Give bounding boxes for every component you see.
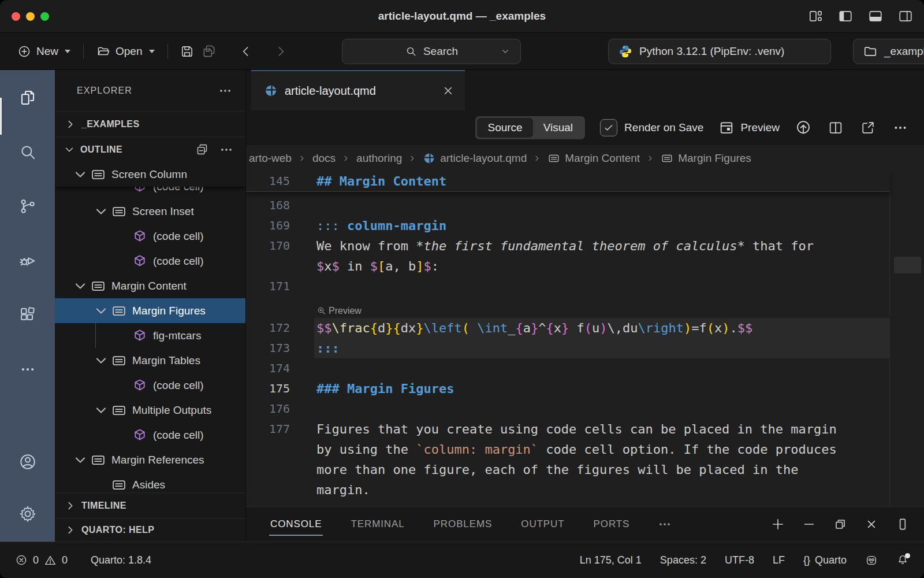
indentation-status[interactable]: Spaces: 2 [660, 554, 706, 566]
encoding-status[interactable]: UTF-8 [725, 554, 754, 566]
code-line[interactable]: 176 [246, 399, 890, 419]
source-control-icon[interactable] [18, 197, 37, 216]
outline-item-code-cell[interactable]: (code cell) [55, 224, 245, 249]
panel-tab-ports[interactable]: PORTS [593, 514, 631, 535]
more-actions-icon[interactable] [219, 142, 234, 157]
split-editor-icon[interactable] [827, 119, 844, 136]
outline-item-margin-figures[interactable]: Margin Figures [55, 298, 245, 323]
mode-visual-button[interactable]: Visual [533, 118, 583, 138]
account-icon[interactable] [18, 453, 37, 471]
panel-tab-problems[interactable]: PROBLEMS [433, 514, 494, 535]
feedback-smiley-icon[interactable] [865, 554, 878, 566]
checkbox-checked-icon[interactable] [600, 119, 617, 136]
code-line[interactable]: 177Figures that you create using code ce… [246, 419, 890, 439]
preview-button-label: Preview [740, 121, 780, 134]
panel-tab-console[interactable]: CONSOLE [269, 514, 323, 535]
editor-scrollbar[interactable] [889, 171, 924, 506]
eol-status[interactable]: LF [773, 554, 785, 566]
code-editor[interactable]: 145## Margin Content 168 169::: column-m… [246, 171, 924, 506]
navigate-forward-button[interactable] [270, 40, 292, 62]
breadcrumb-item[interactable]: authoring [356, 152, 402, 165]
editor-group: article-layout.qmd Source Visual Render … [246, 70, 924, 542]
sidebar-section-quarto-help[interactable]: QUARTO: HELP [55, 518, 245, 542]
run-debug-icon[interactable] [18, 251, 37, 270]
breadcrumb-item-section[interactable]: Margin Content [547, 152, 640, 165]
save-button[interactable] [176, 40, 198, 62]
preview-button[interactable]: Preview [718, 120, 780, 136]
outline-item-margin-tables[interactable]: Margin Tables [55, 348, 245, 373]
breadcrumb-item[interactable]: docs [312, 152, 336, 165]
search-input[interactable]: Search [342, 39, 521, 64]
more-actions-icon[interactable] [218, 83, 233, 98]
outline-item-code-cell[interactable]: (code cell) [55, 373, 245, 398]
breadcrumb-item-section[interactable]: Margin Figures [661, 152, 751, 165]
collapse-all-icon[interactable] [195, 142, 210, 157]
code-line-math[interactable]: 172$$\frac{d}{dx}\left( \int_{a}^{x} f(u… [246, 318, 890, 338]
code-line[interactable]: 171 [246, 276, 890, 297]
quarto-version-status[interactable]: Quarto: 1.8.4 [91, 554, 151, 566]
code-line[interactable]: 174 [246, 358, 890, 379]
close-panel-icon[interactable] [864, 517, 879, 532]
outline-item-clipped[interactable]: (code cell) [55, 187, 245, 199]
restore-panel-icon[interactable] [833, 517, 848, 532]
publish-icon[interactable] [795, 119, 812, 136]
code-line[interactable]: 173::: [246, 338, 890, 358]
toggle-right-sidebar-icon[interactable] [897, 8, 914, 24]
interpreter-selector[interactable]: Python 3.12.1 (PipEnv: .venv) [608, 39, 831, 64]
language-mode-status[interactable]: {} Quarto [803, 554, 847, 566]
settings-gear-icon[interactable] [18, 505, 37, 523]
code-line-wrap[interactable]: by using the `column: margin` code cell … [246, 439, 890, 460]
extensions-icon[interactable] [18, 306, 37, 324]
code-line[interactable]: 169::: column-margin [246, 216, 890, 236]
toggle-bottom-panel-icon[interactable] [867, 8, 884, 24]
code-line-wrap[interactable]: $x$ in $[a, b]$: [246, 256, 890, 276]
sidebar-section-examples[interactable]: _EXAMPLES [55, 111, 245, 136]
code-line[interactable]: 168 [246, 195, 890, 216]
workspace-folder-button[interactable]: _examples [853, 39, 924, 64]
sidebar-section-timeline[interactable]: TIMELINE [55, 492, 245, 518]
more-panel-tabs-icon[interactable] [657, 517, 672, 532]
outline-item-screen-inset[interactable]: Screen Inset [55, 199, 245, 224]
code-line[interactable]: 170We know from *the first fundamental t… [246, 236, 890, 256]
codelens-preview[interactable]: Preview [316, 297, 890, 318]
code-line-wrap[interactable]: margin. [246, 480, 890, 500]
customize-layout-icon[interactable] [807, 8, 824, 24]
more-actions-icon[interactable] [892, 119, 909, 136]
navigate-back-button[interactable] [235, 40, 257, 62]
toggle-left-sidebar-icon[interactable] [837, 8, 854, 24]
notifications-bell-icon[interactable] [896, 554, 909, 566]
close-icon[interactable] [441, 83, 456, 98]
breadcrumb-item[interactable]: arto-web [249, 152, 292, 165]
explorer-icon[interactable] [18, 88, 37, 107]
tab-article-layout[interactable]: article-layout.qmd [251, 70, 465, 110]
outline-item-asides[interactable]: Asides [55, 472, 245, 492]
outline-item-fig-mtcars[interactable]: fig-mtcars [55, 323, 245, 348]
code-line-wrap[interactable]: more than one figure, each of the figure… [246, 460, 890, 480]
more-views-icon[interactable] [18, 360, 37, 379]
cursor-position-status[interactable]: Ln 175, Col 1 [580, 554, 642, 566]
search-icon[interactable] [18, 143, 37, 161]
new-console-icon[interactable] [770, 517, 785, 532]
open-external-icon[interactable] [859, 119, 877, 136]
breadcrumb-item-file[interactable]: article-layout.qmd [423, 152, 527, 165]
mode-source-button[interactable]: Source [477, 118, 532, 138]
panel-layout-icon[interactable] [895, 517, 910, 532]
outline-item-screen-column[interactable]: Screen Column [55, 162, 245, 187]
panel-tab-output[interactable]: OUTPUT [520, 514, 565, 535]
panel-tab-terminal[interactable]: TERMINAL [349, 514, 405, 535]
outline-item-code-cell[interactable]: (code cell) [55, 249, 245, 273]
outline-item-multiple-outputs[interactable]: Multiple Outputs [55, 398, 245, 423]
problems-status[interactable]: 0 0 [15, 554, 68, 566]
code-line-current[interactable]: 175### Margin Figures [246, 379, 890, 399]
new-button[interactable]: New [13, 41, 75, 62]
outline-item-code-cell[interactable]: (code cell) [55, 423, 245, 447]
save-all-button[interactable] [198, 40, 220, 62]
sticky-code-line[interactable]: 145## Margin Content [246, 171, 890, 192]
outline-item-margin-content[interactable]: Margin Content [55, 273, 245, 298]
open-button[interactable]: Open [92, 41, 159, 62]
minimize-panel-icon[interactable] [802, 517, 817, 532]
render-on-save-control[interactable]: Render on Save [600, 119, 703, 136]
sidebar-section-outline[interactable]: OUTLINE [55, 136, 245, 162]
outline-item-margin-references[interactable]: Margin References [55, 447, 245, 472]
scrollbar-slider[interactable] [894, 257, 921, 273]
